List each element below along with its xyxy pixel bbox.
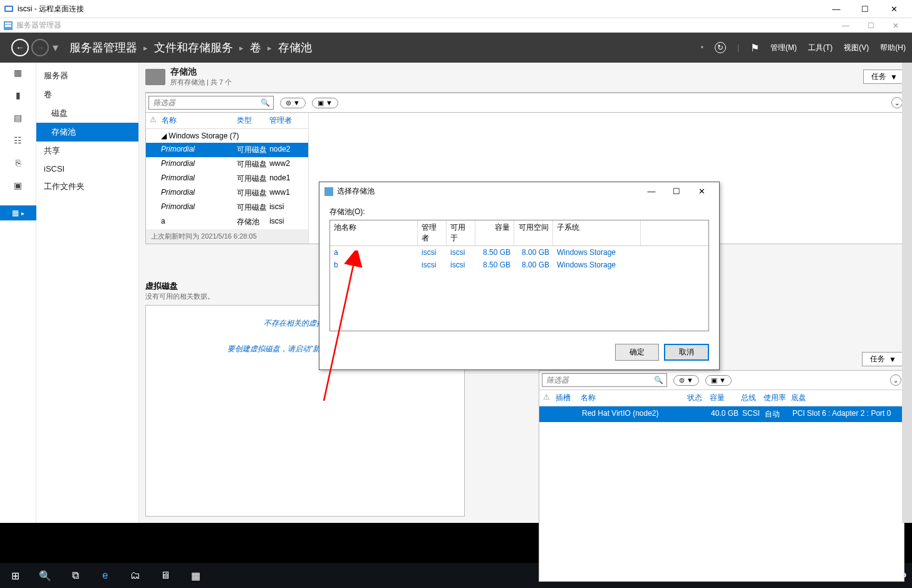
app-title: 服务器管理器 (16, 20, 833, 31)
warn-icon: ⚠ (150, 115, 162, 126)
app-min-button[interactable]: — (833, 18, 858, 33)
dialog-row[interactable]: aiscsiiscsi8.50 GB8.00 GBWindows Storage (330, 246, 708, 259)
rail-share-icon[interactable]: ⎘ (12, 158, 24, 169)
dialog-cancel-button[interactable]: 取消 (664, 344, 709, 361)
nav-back-button[interactable]: ← (11, 39, 29, 56)
dialog-label: 存储池(O): (329, 207, 709, 217)
search-button[interactable]: 🔍 (30, 563, 60, 588)
refresh-note: 上次刷新时间为 2021/5/16 6:28:05 (146, 229, 308, 244)
edge-button[interactable]: e (90, 563, 120, 588)
pool-row[interactable]: Primordial可用磁盘www2 (146, 157, 308, 172)
phys-row[interactable]: Red Hat VirtIO (node2) 40.0 GB SCSI 自动 P… (539, 406, 904, 422)
pool-row[interactable]: Primordial可用磁盘www1 (146, 186, 308, 200)
taskview-button[interactable]: ⧉ (60, 563, 90, 588)
pool-section-icon (145, 69, 165, 85)
rail-iscsi-icon[interactable]: ▣ (12, 180, 24, 192)
dialog-title: 选择存储池 (337, 186, 639, 197)
dialog-close-button[interactable]: ✕ (689, 187, 714, 196)
rail-all-icon[interactable]: ▤ (12, 113, 24, 124)
nav-shares[interactable]: 共享 (36, 142, 138, 160)
col-mgr[interactable]: 管理者 (269, 115, 304, 126)
pool-section-subtitle: 所有存储池 | 共 7 个 (170, 78, 232, 87)
filter-tags-button[interactable]: ⊜ ▼ (280, 98, 306, 108)
breadcrumb-item[interactable]: 文件和存储服务 (154, 40, 233, 55)
dcol-sub[interactable]: 子系统 (553, 220, 641, 245)
rdp-title: iscsi - 远程桌面连接 (18, 4, 822, 14)
dialog-grid-header: 池名称 管理者 可用于 容量 可用空间 子系统 (330, 220, 708, 246)
dialog-row[interactable]: biscsiiscsi8.50 GB8.00 GBWindows Storage (330, 259, 708, 271)
app-max-button[interactable]: ☐ (858, 18, 883, 33)
pool-row[interactable]: Primordial可用磁盘node2 (146, 143, 308, 157)
col-status[interactable]: 状态 (687, 393, 710, 403)
notifications-icon[interactable]: ⚑ (750, 42, 759, 54)
rail-dashboard-icon[interactable]: ▦ (12, 68, 24, 79)
dcol-avail[interactable]: 可用于 (447, 220, 475, 245)
menu-view[interactable]: 视图(V) (844, 43, 869, 53)
filter-save-button[interactable]: ▣ ▼ (312, 98, 338, 108)
scrollbar[interactable] (902, 63, 912, 523)
pool-section-title: 存储池 (170, 66, 232, 78)
svg-rect-5 (324, 187, 333, 196)
phys-expand-button[interactable]: ⌄ (890, 374, 901, 386)
rdp-close-button[interactable]: ✕ (879, 0, 908, 18)
pool-row[interactable]: Primordial可用磁盘iscsi (146, 200, 308, 215)
server-manager-icon (4, 21, 13, 30)
phys-tasks-button[interactable]: 任务 ▼ (862, 352, 904, 366)
menu-help[interactable]: 帮助(H) (880, 43, 906, 53)
dcol-name[interactable]: 池名称 (330, 220, 418, 245)
nav-work[interactable]: 工作文件夹 (36, 177, 138, 196)
pool-grid-header: ⚠ 名称 类型 管理者 (146, 113, 308, 129)
breadcrumb-item[interactable]: 存储池 (278, 40, 312, 55)
dialog-ok-button[interactable]: 确定 (615, 344, 659, 361)
rail-local-icon[interactable]: ▮ (12, 90, 24, 101)
explorer-button[interactable]: 🗂 (120, 563, 150, 588)
nav-forward-button: → (31, 39, 49, 56)
col-chassis[interactable]: 底盘 (791, 393, 900, 403)
pool-tasks-button[interactable]: 任务 ▼ (863, 70, 906, 84)
server-manager-task-button[interactable]: ▦ (180, 563, 210, 588)
rail-selected-icon[interactable]: ▦ ▸ (0, 205, 36, 220)
search-icon[interactable]: 🔍 (654, 376, 663, 384)
dcol-mgr[interactable]: 管理者 (418, 220, 447, 245)
col-name[interactable]: 名称 (581, 393, 687, 403)
filter-expand-button[interactable]: ⌄ (891, 97, 903, 108)
rdp-min-button[interactable]: — (822, 0, 851, 18)
breadcrumb-item[interactable]: 服务器管理器 (70, 40, 137, 55)
menu-manage[interactable]: 管理(M) (770, 43, 797, 53)
pool-group-row[interactable]: ◢ Windows Storage (7) (146, 129, 308, 143)
vdisk-sub: 没有可用的相关数据。 (145, 292, 214, 301)
dcol-cap[interactable]: 容量 (475, 220, 514, 245)
search-icon[interactable]: 🔍 (261, 98, 270, 107)
pool-row[interactable]: a存储池iscsi (146, 215, 308, 229)
dialog-max-button[interactable]: ☐ (664, 187, 689, 196)
menu-tools[interactable]: 工具(T) (808, 43, 832, 53)
nav-iscsi[interactable]: iSCSI (36, 160, 138, 177)
nav-servers[interactable]: 服务器 (36, 66, 138, 85)
col-usage[interactable]: 使用率 (764, 393, 791, 403)
nav-pools[interactable]: 存储池 (36, 123, 138, 142)
rdp-task-button[interactable]: 🖥 (150, 563, 180, 588)
dcol-free[interactable]: 可用空间 (514, 220, 553, 245)
refresh-icon[interactable]: ↻ (715, 42, 726, 53)
dialog-grid: 池名称 管理者 可用于 容量 可用空间 子系统 aiscsiiscsi8.50 … (329, 220, 709, 331)
nav-disks[interactable]: 磁盘 (36, 104, 138, 123)
nav-dropdown-icon[interactable]: ▾ (53, 41, 58, 54)
dialog-min-button[interactable]: — (639, 187, 664, 196)
phys-tags-button[interactable]: ⊜ ▼ (673, 375, 699, 386)
col-bus[interactable]: 总线 (741, 393, 764, 403)
nav-volumes[interactable]: 卷 (36, 85, 138, 104)
breadcrumb-item[interactable]: 卷 (250, 40, 261, 55)
rdp-max-button[interactable]: ☐ (851, 0, 879, 18)
pool-filter-input[interactable] (148, 96, 274, 110)
phys-filter-input[interactable] (542, 373, 667, 387)
col-slot[interactable]: 插槽 (556, 393, 581, 403)
col-cap[interactable]: 容量 (710, 393, 741, 403)
col-type[interactable]: 类型 (237, 115, 269, 126)
phys-save-button[interactable]: ▣ ▼ (705, 375, 732, 386)
col-name[interactable]: 名称 (162, 115, 237, 126)
rail-file-icon[interactable]: ☷ (12, 135, 24, 147)
start-button[interactable]: ⊞ (0, 563, 30, 588)
app-close-button[interactable]: ✕ (883, 18, 908, 33)
pool-row[interactable]: Primordial可用磁盘node1 (146, 172, 308, 186)
sm-header: ← → ▾ 服务器管理器▸ 文件和存储服务▸ 卷▸ 存储池 • ↻ | ⚑ 管理… (0, 33, 912, 63)
